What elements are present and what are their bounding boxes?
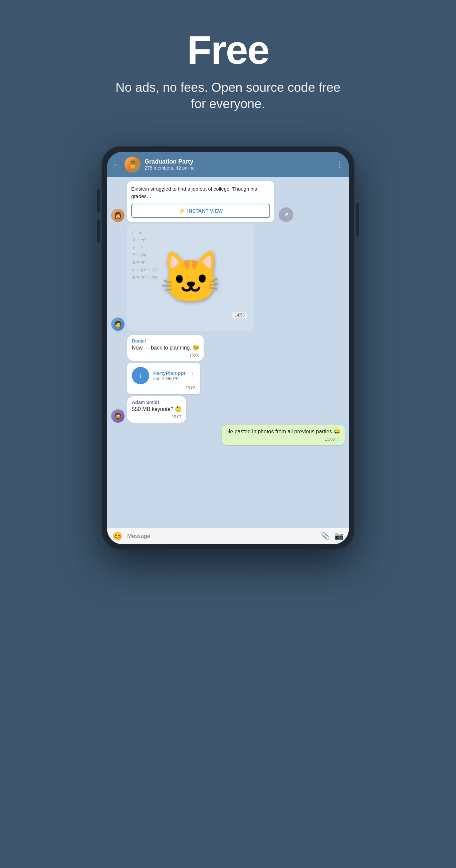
message-bubble: Adam Smidt 550 MB keynote? 🤔 15:07 [127,396,186,422]
message-time: 15:07 [132,415,182,419]
phone-mockup: ← 🍍 Graduation Party 278 members, 42 onl… [101,146,355,550]
chat-header: ← 🍍 Graduation Party 278 members, 42 onl… [107,152,349,177]
avatar: 🧑 [111,317,124,331]
download-button[interactable]: ↓ [132,367,149,384]
message-text: Now — back to planning. 😉 [132,344,199,351]
hero-subtitle: No ads, no fees. Open source code free f… [111,80,345,113]
volume-down-button [97,219,100,243]
volume-up-button [97,189,100,213]
message-text: He pasted in photos from all previous pa… [226,428,340,435]
message-time: 15:06 [132,353,199,358]
phone-screen: ← 🍍 Graduation Party 278 members, 42 onl… [107,152,349,544]
lightning-icon: ⚡ [179,208,185,214]
outgoing-message-bubble: He pasted in photos from all previous pa… [222,425,345,445]
avatar-emoji: 👩 [114,212,122,219]
time-label: 15:08 [325,437,335,442]
file-options-button[interactable]: ⋮ [190,372,195,379]
message-input-bar: 😊 📎 📷 [107,528,349,544]
phone-outer-frame: ← 🍍 Graduation Party 278 members, 42 onl… [101,146,355,550]
instant-view-button[interactable]: ⚡ INSTANT VIEW [131,204,270,218]
message-text: 550 MB keynote? 🤔 [132,406,182,413]
camera-button[interactable]: 📷 [334,532,343,540]
avatar: 🧔 [111,409,124,423]
more-options-button[interactable]: ⋮ [336,160,343,169]
power-button [356,203,359,236]
message-bubble: Daniel Now — back to planning. 😉 15:06 [127,335,204,361]
hero-section: Free No ads, no fees. Open source code f… [0,0,456,132]
article-bubble: Einstein struggled to find a job out of … [127,181,274,222]
file-size: 550.2 MB PPT [153,376,186,381]
file-name: PartyPlan.ppt [153,370,186,376]
sticker-message: l = πr A = πr² V = l³ P = 2πr A = πr² s … [127,224,254,331]
article-preview-text: Einstein struggled to find a job out of … [131,185,270,200]
chat-body: 👩 Einstein struggled to find a job out o… [107,177,349,528]
file-attachment-bubble: ↓ PartyPlan.ppt 550.2 MB PPT ⋮ 15:06 [127,363,200,394]
group-avatar-emoji: 🍍 [128,160,137,169]
message-input[interactable] [127,533,316,539]
group-name: Graduation Party [145,158,332,165]
group-avatar: 🍍 [124,157,141,173]
avatar: 👩 [111,209,124,222]
table-row: ↓ PartyPlan.ppt 550.2 MB PPT ⋮ 15:06 [111,363,345,394]
file-info: PartyPlan.ppt 550.2 MB PPT [153,370,186,381]
sender-name: Daniel [132,338,199,344]
share-button[interactable]: ↗ [279,207,294,222]
sticker-time: 14:58 [232,312,247,318]
attach-button[interactable]: 📎 [321,532,330,540]
avatar-emoji: 🧔 [114,412,122,420]
table-row: He pasted in photos from all previous pa… [111,425,345,445]
read-checkmark: ✓ [336,437,340,442]
table-row: 🧑 l = πr A = πr² V = l³ P = 2πr A = πr² … [111,224,345,331]
avatar-emoji: 🧑 [114,320,122,328]
table-row: 👩 Einstein struggled to find a job out o… [111,181,345,222]
hero-title: Free [187,27,269,73]
message-time: 15:06 [132,385,195,390]
sender-name: Adam Smidt [132,400,182,405]
download-icon: ↓ [139,371,143,380]
group-info: Graduation Party 278 members, 42 online [145,158,332,170]
table-row: Daniel Now — back to planning. 😉 15:06 [111,335,345,361]
table-row: 🧔 Adam Smidt 550 MB keynote? 🤔 15:07 [111,396,345,422]
message-time: 15:08 ✓ [226,437,340,442]
group-members: 278 members, 42 online [145,165,332,170]
emoji-picker-button[interactable]: 😊 [113,531,123,541]
back-button[interactable]: ← [113,160,121,169]
instant-view-label: INSTANT VIEW [187,208,223,214]
cat-sticker-emoji: 🐱 [159,248,222,307]
